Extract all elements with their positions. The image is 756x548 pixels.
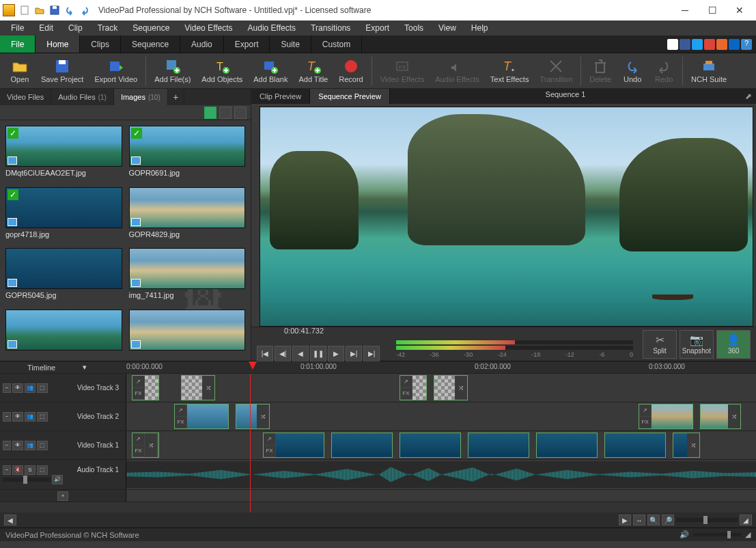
- timeline-clip[interactable]: ↗FX⤮: [132, 433, 159, 458]
- timeline-clip[interactable]: [604, 433, 666, 458]
- track-body-v1[interactable]: ↗FX⤮ ↗FX ⤮: [126, 431, 756, 459]
- bin-tab-audio[interactable]: Audio Files(1): [51, 89, 114, 105]
- track-lock-icon[interactable]: ⬚: [37, 383, 48, 393]
- help-icon[interactable]: ?: [741, 39, 752, 50]
- timeline-clip[interactable]: ↗FX: [174, 404, 229, 429]
- timeline-label[interactable]: Timeline▾: [0, 361, 126, 373]
- timeline-clip[interactable]: ⤮: [181, 375, 215, 400]
- qat-redo-icon[interactable]: [78, 3, 92, 17]
- popout-icon[interactable]: ⬈: [741, 89, 756, 104]
- linkedin-icon[interactable]: [729, 39, 740, 50]
- facebook-icon[interactable]: [680, 39, 690, 50]
- text-effects-button[interactable]: T✦Text Effects: [485, 57, 535, 85]
- menu-file[interactable]: File: [4, 22, 31, 34]
- menu-export[interactable]: Export: [359, 22, 396, 34]
- preview-tab-sequence[interactable]: Sequence Preview: [310, 89, 390, 104]
- track-body-a1[interactable]: [126, 460, 756, 489]
- track-eye-icon[interactable]: 👁: [12, 412, 23, 422]
- bin-options-icon[interactable]: [234, 107, 247, 119]
- bin-tab-images[interactable]: Images(10): [114, 89, 168, 105]
- export-video-button[interactable]: Export Video: [89, 57, 143, 85]
- timeline-clip[interactable]: ↗FX: [400, 375, 427, 400]
- bin-add-icon[interactable]: [204, 107, 216, 119]
- bin-thumbnail[interactable]: [5, 310, 122, 356]
- ribbon-tab-export[interactable]: Export: [224, 36, 270, 53]
- timeline-grip-icon[interactable]: ◢: [740, 515, 752, 525]
- timeline-clip[interactable]: [331, 433, 393, 458]
- next-frame-button[interactable]: ▶|: [346, 346, 362, 362]
- twitter-icon[interactable]: [692, 39, 703, 50]
- track-users-icon[interactable]: 👥: [25, 412, 36, 422]
- track-collapse-button[interactable]: −: [3, 465, 11, 475]
- menu-track[interactable]: Track: [91, 22, 125, 34]
- menu-help[interactable]: Help: [464, 22, 495, 34]
- timeline-zoom-out-icon[interactable]: 🔎: [662, 515, 674, 525]
- maximize-button[interactable]: ☐: [699, 1, 726, 20]
- add-objects-button[interactable]: TAdd Objects: [196, 57, 248, 85]
- bin-thumbnail[interactable]: ✓DMqt6CiUEAAO2ET.jpg: [5, 126, 122, 180]
- track-mute-icon[interactable]: 🔇: [12, 465, 23, 475]
- resize-grip-icon[interactable]: ◢: [745, 530, 751, 539]
- record-button[interactable]: Record: [333, 57, 368, 85]
- qat-open-icon[interactable]: [33, 3, 46, 17]
- preview-tab-clip[interactable]: Clip Preview: [251, 89, 310, 104]
- bin-list-view-icon[interactable]: [219, 107, 232, 119]
- ribbon-tab-custom[interactable]: Custom: [311, 36, 362, 53]
- minimize-button[interactable]: ─: [671, 1, 699, 20]
- add-title-button[interactable]: TAdd Title: [293, 57, 333, 85]
- 360-button[interactable]: 👤360: [716, 330, 751, 359]
- goto-start-button[interactable]: |◀: [257, 346, 273, 362]
- playhead-icon[interactable]: [249, 361, 257, 370]
- save-project-button[interactable]: Save Project: [36, 57, 89, 85]
- menu-transitions[interactable]: Transitions: [304, 22, 357, 34]
- close-button[interactable]: ✕: [726, 1, 753, 20]
- timeline-clip[interactable]: ⤮: [434, 375, 468, 400]
- snapshot-button[interactable]: 📷Snapshot: [680, 330, 714, 359]
- bin-thumbnail[interactable]: GOPR5045.jpg: [5, 248, 122, 303]
- bin-thumbnail[interactable]: img_7411.jpg: [129, 248, 246, 303]
- share-icon[interactable]: [716, 39, 727, 50]
- track-lock-icon[interactable]: ⬚: [37, 441, 48, 450]
- qat-new-icon[interactable]: [18, 3, 31, 17]
- timeline-ruler[interactable]: 0:00:00.0000:01:00.0000:02:00.0000:03:00…: [126, 361, 756, 373]
- qat-undo-icon[interactable]: [63, 3, 76, 17]
- like-icon[interactable]: [667, 39, 678, 50]
- transition-button[interactable]: Transition: [534, 57, 578, 85]
- step-back-button[interactable]: ◀: [292, 346, 309, 362]
- track-speaker-icon[interactable]: 🔊: [52, 475, 63, 484]
- timeline-fit-icon[interactable]: ↔: [633, 515, 645, 525]
- timeline-zoom-in-icon[interactable]: 🔍: [647, 515, 660, 525]
- track-collapse-button[interactable]: −: [3, 412, 11, 422]
- timeline-clip[interactable]: ↗FX: [639, 404, 693, 429]
- audio-effects-button[interactable]: Audio Effects: [430, 57, 485, 85]
- split-button[interactable]: ✂Split: [643, 330, 677, 359]
- track-body-v3[interactable]: ↗FX ⤮ ↗FX ⤮: [126, 374, 756, 402]
- nch-suite-button[interactable]: NCH Suite: [686, 57, 732, 85]
- ribbon-tab-audio[interactable]: Audio: [180, 36, 224, 53]
- timeline-clip[interactable]: ⤮: [673, 433, 700, 458]
- audio-waveform[interactable]: [126, 461, 756, 488]
- track-lock-icon[interactable]: ⬚: [37, 465, 48, 475]
- preview-canvas[interactable]: [251, 104, 756, 327]
- add-files-button[interactable]: Add File(s): [149, 57, 196, 85]
- bin-tab-add[interactable]: +: [168, 89, 184, 105]
- goto-end-button[interactable]: ▶|: [363, 346, 380, 362]
- track-lock-icon[interactable]: ⬚: [37, 412, 48, 422]
- delete-button[interactable]: Delete: [584, 57, 617, 85]
- timeline-clip[interactable]: ⤮: [700, 404, 741, 429]
- menu-edit[interactable]: Edit: [32, 22, 60, 34]
- prev-frame-button[interactable]: ◀|: [275, 346, 291, 362]
- google-icon[interactable]: [704, 39, 715, 50]
- track-users-icon[interactable]: 👥: [25, 383, 36, 393]
- undo-button[interactable]: Undo: [617, 57, 648, 85]
- menu-video-effects[interactable]: Video Effects: [178, 22, 239, 34]
- bin-thumbnail[interactable]: GOPR4829.jpg: [129, 187, 246, 242]
- track-users-icon[interactable]: 👥: [25, 441, 36, 450]
- add-track-button[interactable]: +: [57, 491, 68, 501]
- timeline-zoom-slider[interactable]: [676, 518, 738, 522]
- timeline-clip[interactable]: ⤮: [236, 404, 270, 429]
- bin-thumbnail[interactable]: ✓gopr4718.jpg: [5, 187, 122, 242]
- bin-thumbnail[interactable]: ✓GOPR0691.jpg: [129, 126, 246, 180]
- timeline-clip[interactable]: [536, 433, 598, 458]
- timeline-scroll-left-icon[interactable]: ◀: [4, 515, 16, 525]
